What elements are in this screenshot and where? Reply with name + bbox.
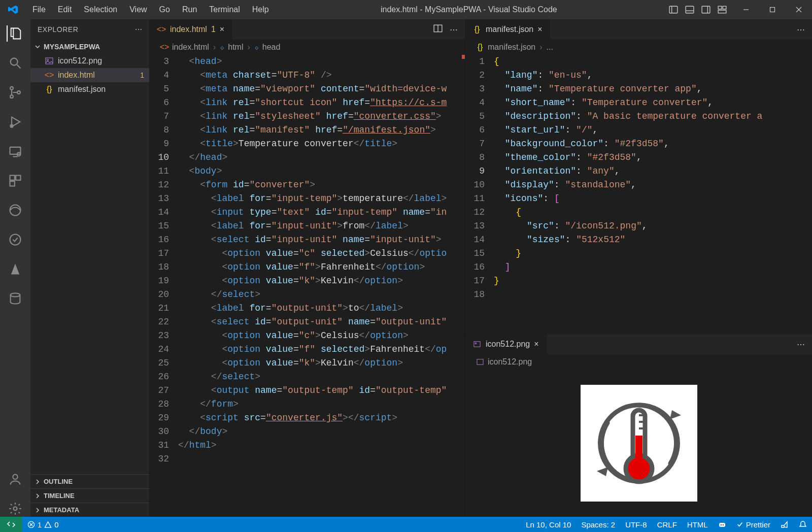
svg-rect-7 xyxy=(723,6,726,9)
menu-run[interactable]: Run xyxy=(176,0,203,19)
vscode-logo-icon xyxy=(0,4,26,15)
file-label: index.html xyxy=(58,71,95,80)
status-indentation[interactable]: Spaces: 2 xyxy=(576,520,620,529)
menu-file[interactable]: File xyxy=(26,0,52,19)
json-file-icon: {} xyxy=(45,85,54,94)
svg-point-31 xyxy=(47,59,49,61)
breadcrumb-right-bottom[interactable]: icon512.png xyxy=(465,354,812,370)
remote-indicator[interactable] xyxy=(0,517,22,532)
window-maximize-button[interactable] xyxy=(759,0,786,19)
remote-explorer-icon[interactable] xyxy=(7,143,23,159)
more-actions-icon[interactable]: ⋯ xyxy=(797,340,805,349)
menu-selection[interactable]: Selection xyxy=(78,0,123,19)
toggle-panel-left-icon[interactable] xyxy=(668,4,679,15)
more-actions-icon[interactable]: ⋯ xyxy=(450,25,458,35)
tab-icon512[interactable]: icon512.png × xyxy=(465,334,547,354)
crumb-label: index.html xyxy=(172,43,209,52)
status-feedback-icon[interactable] xyxy=(775,520,794,528)
svg-point-16 xyxy=(10,95,13,98)
svg-point-15 xyxy=(10,87,13,90)
menu-view[interactable]: View xyxy=(123,0,153,19)
status-cursor-position[interactable]: Ln 10, Col 10 xyxy=(521,520,576,529)
close-tab-icon[interactable]: × xyxy=(534,340,538,349)
status-copilot-icon[interactable] xyxy=(713,520,731,528)
customize-layout-icon[interactable] xyxy=(717,4,728,15)
svg-rect-30 xyxy=(46,58,53,64)
more-actions-icon[interactable]: ⋯ xyxy=(135,25,143,34)
settings-gear-icon[interactable] xyxy=(7,501,23,517)
tab-bar-left: <> index.html 1 × ⋯ xyxy=(150,19,465,40)
source-control-icon[interactable] xyxy=(7,84,23,101)
status-problems[interactable]: 1 0 xyxy=(22,520,64,529)
tab-bar-right-top: {} manifest.json × ⋯ xyxy=(465,19,812,40)
svg-point-48 xyxy=(722,524,724,526)
project-name: MYSAMPLEPWA xyxy=(44,43,100,51)
window-close-button[interactable] xyxy=(786,0,812,19)
status-encoding[interactable]: UTF-8 xyxy=(620,520,652,529)
menu-go[interactable]: Go xyxy=(153,0,176,19)
breadcrumb-left[interactable]: <>index.html › ⬦html › ⬦head xyxy=(150,40,465,55)
outline-section[interactable]: OUTLINE xyxy=(30,474,149,488)
file-label: manifest.json xyxy=(58,85,106,94)
tab-manifest-json[interactable]: {} manifest.json × xyxy=(465,19,550,40)
project-folder[interactable]: MYSAMPLEPWA xyxy=(30,40,149,54)
edge-icon[interactable] xyxy=(7,202,23,218)
tab-modified-badge: 1 xyxy=(211,25,216,34)
html-file-icon: <> xyxy=(45,71,54,80)
close-tab-icon[interactable]: × xyxy=(220,25,224,34)
status-language[interactable]: HTML xyxy=(682,520,713,529)
testing-icon[interactable] xyxy=(7,231,23,248)
accounts-icon[interactable] xyxy=(7,471,23,487)
run-debug-icon[interactable] xyxy=(7,114,23,130)
svg-rect-49 xyxy=(782,525,784,527)
svg-rect-23 xyxy=(16,176,20,180)
warning-count: 0 xyxy=(54,520,58,529)
svg-rect-34 xyxy=(474,342,480,347)
file-index-html[interactable]: <> index.html 1 xyxy=(30,68,149,82)
menu-terminal[interactable]: Terminal xyxy=(203,0,246,19)
file-icon512[interactable]: icon512.png xyxy=(30,54,149,68)
image-file-icon xyxy=(45,56,54,65)
timeline-section[interactable]: TIMELINE xyxy=(30,488,149,503)
search-icon[interactable] xyxy=(7,55,23,71)
toggle-panel-bottom-icon[interactable] xyxy=(684,4,695,15)
extensions-icon[interactable] xyxy=(7,173,23,189)
menu-edit[interactable]: Edit xyxy=(52,0,78,19)
crumb-label: html xyxy=(228,43,243,52)
close-tab-icon[interactable]: × xyxy=(537,25,542,34)
code-editor-right[interactable]: 123456789101112131415161718 { "lang": "e… xyxy=(465,55,812,334)
crumb-label: manifest.json xyxy=(488,43,535,52)
status-notifications-icon[interactable] xyxy=(794,520,812,528)
crumb-label: ... xyxy=(547,43,553,52)
status-eol[interactable]: CRLF xyxy=(652,520,682,529)
explorer-icon[interactable] xyxy=(7,25,23,42)
svg-rect-6 xyxy=(718,6,722,9)
json-file-icon: {} xyxy=(472,25,482,34)
menu-help[interactable]: Help xyxy=(246,0,275,19)
more-actions-icon[interactable]: ⋯ xyxy=(797,25,805,35)
explorer-sidebar: EXPLORER ⋯ MYSAMPLEPWA icon512.png <> in… xyxy=(30,19,150,517)
menu-bar: File Edit Selection View Go Run Terminal… xyxy=(26,0,275,19)
file-manifest-json[interactable]: {} manifest.json xyxy=(30,82,149,96)
svg-rect-0 xyxy=(669,6,678,13)
tab-index-html[interactable]: <> index.html 1 × xyxy=(150,19,232,40)
metadata-section[interactable]: METADATA xyxy=(30,503,149,517)
editor-group-right-top: {} manifest.json × ⋯ {}manifest.json › .… xyxy=(465,19,812,334)
html-file-icon: <> xyxy=(157,25,166,34)
svg-rect-8 xyxy=(718,10,726,13)
status-prettier[interactable]: Prettier xyxy=(731,520,775,529)
window-minimize-button[interactable] xyxy=(733,0,759,19)
code-editor-left[interactable]: 3456789101112131415161718192021222324252… xyxy=(150,55,465,517)
image-preview[interactable] xyxy=(465,370,812,517)
split-editor-icon[interactable] xyxy=(433,24,443,35)
svg-point-28 xyxy=(13,475,17,479)
explorer-title: EXPLORER xyxy=(38,25,78,34)
image-file-icon xyxy=(476,357,485,367)
activity-bar xyxy=(0,19,30,517)
modified-badge: 1 xyxy=(140,71,144,79)
breadcrumb-right-top[interactable]: {}manifest.json › ... xyxy=(465,40,812,55)
title-bar: File Edit Selection View Go Run Terminal… xyxy=(0,0,812,19)
database-icon[interactable] xyxy=(7,290,23,307)
azure-icon[interactable] xyxy=(7,261,23,277)
toggle-panel-right-icon[interactable] xyxy=(700,4,712,15)
